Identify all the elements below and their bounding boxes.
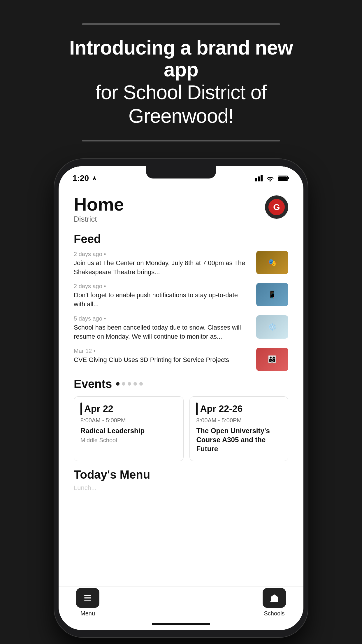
svg-rect-3 [84,595,91,596]
menu-icon-box [76,588,99,608]
event-accent-bar [196,402,198,415]
feed-section-title: Feed [74,232,288,246]
feed-date: 2 days ago • [74,251,250,258]
event-location: Middle School [80,437,177,444]
nav-item-schools[interactable]: Schools [263,588,286,617]
headline-bold: Introducing a brand new app [50,37,312,80]
svg-rect-10 [275,598,276,600]
svg-rect-5 [84,600,91,601]
event-time: 8:00AM - 5:00PM [196,417,282,424]
signal-bars [255,175,263,181]
event-card[interactable]: Apr 22 8:00AM - 5:00PM Radical Leadershi… [74,396,184,461]
building-icon [270,593,279,603]
svg-rect-4 [84,597,91,598]
feed-text: 2 days ago • Don't forget to enable push… [74,283,250,309]
phone-notch [146,166,216,178]
event-date: Apr 22 [84,403,113,414]
app-logo-inner: G [268,199,285,215]
menu-placeholder: Lunch... [74,484,288,492]
events-dots [116,382,143,386]
feed-body: CVE Giving Club Uses 3D Printing for Ser… [74,356,250,365]
feed-text: 5 days ago • School has been cancelled t… [74,315,250,341]
feed-item[interactable]: 2 days ago • Join us at The Center on Mo… [74,251,288,277]
event-accent-bar [80,402,82,415]
menu-nav-label: Menu [80,610,95,617]
svg-rect-1 [288,177,289,179]
wifi-icon [266,175,274,181]
event-name: Radical Leadership [80,426,177,435]
feed-thumbnail: 👨‍👩‍👧 [256,348,288,371]
event-card-partial[interactable]: Apr 22-26 8:00AM - 5:00PM The Open Unive… [189,396,288,461]
nav-item-menu[interactable]: Menu [76,588,99,617]
feed-date: 2 days ago • [74,283,250,290]
phone-wrapper: 1:20 [54,159,308,637]
feed-date: 5 days ago • [74,315,250,322]
svg-rect-9 [272,598,273,600]
feed-thumbnail: 📱 [256,283,288,306]
event-date-accent: Apr 22-26 [196,402,282,415]
hamburger-icon [83,593,92,603]
feed-body: Don't forget to enable push notification… [74,291,250,309]
app-content: Home District G Feed 2 days ago [59,187,303,586]
phone-shell: 1:20 [54,159,308,637]
feed-item[interactable]: 5 days ago • School has been cancelled t… [74,315,288,341]
events-section-title: Events [74,377,112,391]
menu-section-title: Today's Menu [74,468,288,481]
svg-marker-8 [270,594,278,597]
page-subtitle: District [74,215,124,224]
app-header-left: Home District [74,195,124,224]
events-title-row: Events [74,377,288,391]
phone-screen: 1:20 [59,166,303,630]
svg-rect-6 [270,601,278,602]
feed-item[interactable]: 2 days ago • Don't forget to enable push… [74,283,288,309]
headline-light: for School District of Greenwood! [50,80,312,128]
feed-body: Join us at The Center on Monday, July 8t… [74,259,250,277]
feed-item[interactable]: Mar 12 • CVE Giving Club Uses 3D Printin… [74,348,288,371]
feed-date: Mar 12 • [74,348,250,354]
battery-icon [278,175,289,181]
svg-rect-2 [278,176,287,180]
location-icon [92,176,97,181]
feed-text: 2 days ago • Join us at The Center on Mo… [74,251,250,277]
event-date-accent: Apr 22 [80,402,177,415]
status-icons [255,175,289,181]
bottom-nav: Menu Schools [59,586,303,618]
svg-rect-11 [274,598,275,601]
schools-icon-box [263,588,286,608]
home-indicator-bar [152,623,210,625]
feed-text: Mar 12 • CVE Giving Club Uses 3D Printin… [74,348,250,365]
headline-section: Introducing a brand new app for School D… [50,37,312,128]
events-row: Apr 22 8:00AM - 5:00PM Radical Leadershi… [74,396,288,461]
top-divider-bar [82,23,280,25]
feed-thumbnail: 🎭 [256,251,288,274]
event-time: 8:00AM - 5:00PM [80,417,177,424]
app-header: Home District G [74,195,288,224]
bottom-divider-bar [82,140,280,141]
event-name: The Open University's Course A305 and th… [196,426,282,454]
feed-thumbnail: ❄️ [256,315,288,339]
status-time: 1:20 [73,174,97,183]
home-indicator [59,618,303,630]
page-title: Home [74,195,124,214]
feed-body: School has been cancelled today due to s… [74,323,250,341]
app-logo[interactable]: G [265,195,288,219]
event-date: Apr 22-26 [200,403,242,414]
schools-nav-label: Schools [264,610,284,617]
